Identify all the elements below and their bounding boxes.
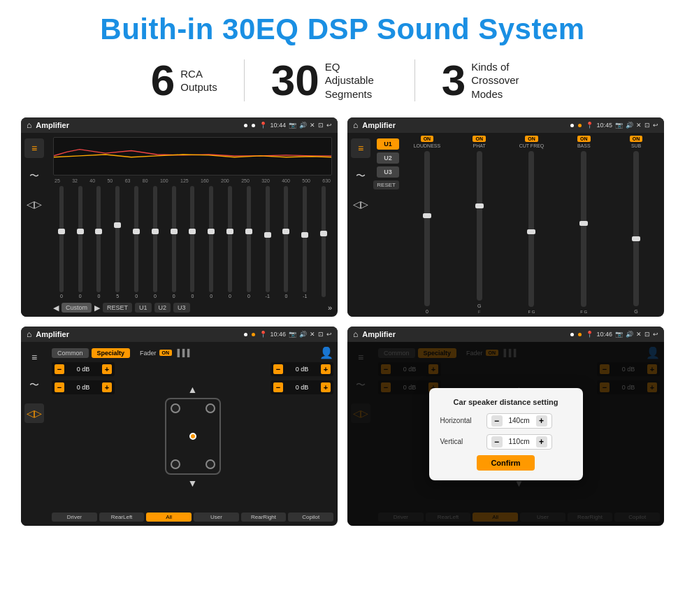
eq-slider-13[interactable]: -1 xyxy=(296,186,313,299)
rearleft-btn[interactable]: RearLeft xyxy=(99,513,145,522)
sub-label: SUB xyxy=(631,143,641,148)
preset-u2-btn[interactable]: U2 xyxy=(377,152,399,164)
cx-icon-wave[interactable]: 〜 xyxy=(351,166,370,186)
preset-u1-btn[interactable]: U1 xyxy=(377,138,399,150)
dialog-title: Car speaker distance setting xyxy=(440,398,572,406)
status-icons-d: 📍 10:46 📷 🔊 ✕ ⊡ ↩ xyxy=(586,331,658,338)
eq-slider-8[interactable]: 0 xyxy=(203,186,219,299)
channel-sub: ON SUB G xyxy=(611,136,661,314)
stat-rca: 6 RCA Outputs xyxy=(124,59,244,102)
sub-on: ON xyxy=(630,136,643,142)
eq-slider-12[interactable]: 0 xyxy=(278,186,295,299)
volume-icon-4: 🔊 xyxy=(626,331,633,338)
close-icon-cx: ✕ xyxy=(636,122,642,129)
fader-right: − 0 dB + − 0 dB + xyxy=(271,362,333,510)
eq-slider-14[interactable] xyxy=(315,186,332,299)
volume-icon-2: 🔊 xyxy=(626,122,633,129)
speaker-bl xyxy=(171,459,180,469)
eq-status-bar: ⌂ Amplifier 📍 10:44 📷 🔊 ✕ ⊡ ↩ xyxy=(21,117,338,133)
eq-slider-3[interactable]: 5 xyxy=(109,186,126,299)
eq-slider-9[interactable]: 0 xyxy=(222,186,238,299)
rearright-btn[interactable]: RearRight xyxy=(241,513,287,522)
copilot-btn[interactable]: Copilot xyxy=(288,513,333,522)
eq-icon-speaker[interactable]: ◁▷ xyxy=(24,194,44,214)
fader-icon-speaker[interactable]: ◁▷ xyxy=(24,403,44,423)
eq-icon-wave[interactable]: 〜 xyxy=(24,166,44,186)
phat-slider[interactable] xyxy=(477,151,482,301)
all-btn[interactable]: All xyxy=(146,513,192,522)
cutfreq-slider[interactable] xyxy=(528,151,534,307)
eq-custom-btn[interactable]: Custom xyxy=(62,303,92,313)
home-icon-2[interactable]: ⌂ xyxy=(353,120,358,130)
horizontal-plus-btn[interactable]: + xyxy=(536,415,547,427)
eq-slider-5[interactable]: 0 xyxy=(147,186,164,299)
eq-u2-btn[interactable]: U2 xyxy=(154,303,171,313)
vertical-minus-btn[interactable]: − xyxy=(491,436,503,447)
vol-tr-plus[interactable]: + xyxy=(321,364,331,374)
sub-slider[interactable] xyxy=(633,151,639,306)
window-icon: ⊡ xyxy=(318,122,324,129)
eq-u3-btn[interactable]: U3 xyxy=(173,303,190,313)
home-icon[interactable]: ⌂ xyxy=(27,120,31,130)
expand-icon[interactable]: » xyxy=(328,303,332,312)
stat-crossover-label: Kinds of Crossover Modes xyxy=(471,60,534,101)
arrow-up-icon[interactable]: ▲ xyxy=(188,384,198,395)
arrow-down-icon[interactable]: ▼ xyxy=(188,478,198,489)
crossover-reset-btn[interactable]: RESET xyxy=(373,180,399,189)
eq-slider-1[interactable]: 0 xyxy=(72,186,89,299)
close-icon-f: ✕ xyxy=(310,331,315,338)
driver-btn[interactable]: Driver xyxy=(52,513,97,522)
confirm-button[interactable]: Confirm xyxy=(477,455,534,471)
vol-tl-minus[interactable]: − xyxy=(55,364,64,374)
cx-icon-speaker[interactable]: ◁▷ xyxy=(351,194,370,214)
vol-bl-plus[interactable]: + xyxy=(102,382,112,392)
home-icon-4[interactable]: ⌂ xyxy=(353,329,358,339)
eq-slider-2[interactable]: 0 xyxy=(91,186,108,299)
eq-slider-7[interactable]: 0 xyxy=(185,186,201,299)
bass-slider[interactable] xyxy=(581,151,586,307)
fader-side-icons: ≡ 〜 ◁▷ xyxy=(21,342,48,526)
horizontal-stepper: − 140cm + xyxy=(486,413,552,429)
eq-u1-btn[interactable]: U1 xyxy=(135,303,152,313)
camera-icon-3: 📷 xyxy=(289,331,296,338)
user-btn[interactable]: User xyxy=(194,513,239,522)
cx-icon-eq[interactable]: ≡ xyxy=(351,138,370,158)
preset-u3-btn[interactable]: U3 xyxy=(377,166,399,178)
vertical-value: 110cm xyxy=(505,438,533,445)
eq-slider-4[interactable]: 0 xyxy=(128,186,145,299)
prev-arrow[interactable]: ◀ xyxy=(53,303,59,313)
dialog-box: Car speaker distance setting Horizontal … xyxy=(429,388,583,480)
vol-tr-minus[interactable]: − xyxy=(273,364,283,374)
eq-slider-11[interactable]: -1 xyxy=(259,186,276,299)
status-dot-f2 xyxy=(252,333,255,336)
back-icon: ↩ xyxy=(326,122,332,129)
eq-slider-10[interactable]: 0 xyxy=(240,186,257,299)
fader-app-title: Amplifier xyxy=(36,330,240,338)
next-arrow[interactable]: ▶ xyxy=(94,303,100,313)
tab-common[interactable]: Common xyxy=(52,348,89,358)
fader-status-bar: ⌂ Amplifier 📍 10:46 📷 🔊 ✕ ⊡ ↩ xyxy=(21,327,338,342)
eq-slider-0[interactable]: 0 xyxy=(53,186,70,299)
fader-icon-eq[interactable]: ≡ xyxy=(24,348,44,367)
vol-br-minus[interactable]: − xyxy=(273,382,283,392)
vol-bl-minus[interactable]: − xyxy=(55,382,64,392)
vol-br-plus[interactable]: + xyxy=(321,382,331,392)
channel-loudness: ON LOUDNESS 0 xyxy=(402,136,452,314)
vertical-plus-btn[interactable]: + xyxy=(536,436,547,447)
dialog-vertical-row: Vertical − 110cm + xyxy=(440,434,572,450)
camera-icon: 📷 xyxy=(289,122,296,129)
fader-icon-wave[interactable]: 〜 xyxy=(24,375,44,395)
horizontal-minus-btn[interactable]: − xyxy=(491,415,503,427)
tab-specialty[interactable]: Specialty xyxy=(92,348,131,358)
dialog-status-bar: ⌂ Amplifier 📍 10:46 📷 🔊 ✕ ⊡ ↩ xyxy=(347,327,664,342)
back-icon-4: ↩ xyxy=(653,331,658,338)
eq-reset-btn[interactable]: RESET xyxy=(103,303,132,313)
loudness-slider[interactable] xyxy=(424,151,430,306)
fader-left: − 0 dB + − 0 dB + xyxy=(52,362,115,510)
eq-icon-active[interactable]: ≡ xyxy=(24,138,44,158)
channel-bass: ON BASS F G xyxy=(558,136,609,314)
eq-slider-6[interactable]: 0 xyxy=(166,186,182,299)
eq-main: 25 32 40 50 63 80 100 125 160 200 250 32… xyxy=(48,133,338,317)
home-icon-3[interactable]: ⌂ xyxy=(27,329,31,339)
vol-tl-plus[interactable]: + xyxy=(102,364,112,374)
